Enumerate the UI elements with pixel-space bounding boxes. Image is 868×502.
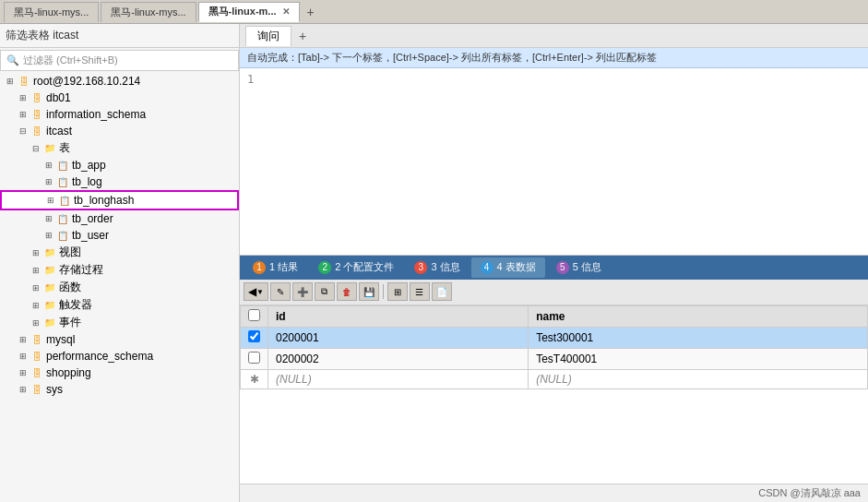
row-checkbox[interactable]: [248, 330, 260, 342]
tree-item-performance-schema[interactable]: ⊞ 🗄 performance_schema: [0, 348, 239, 365]
bottom-tabs: 1 1 结果 2 2 个配置文件 3 3 信息 4 4 表数据 5 5 信息: [240, 256, 868, 280]
sidebar: 筛选表格 itcast 🔍 过滤器 (Ctrl+Shift+B) ⊞ 🗄 roo…: [0, 24, 240, 502]
tab-result-label: 1 结果: [269, 260, 298, 274]
db-icon: 🗄: [30, 332, 44, 347]
row-checkbox[interactable]: [248, 352, 260, 364]
folder-icon: 📁: [42, 281, 57, 295]
cell-name: TesT400001: [529, 348, 868, 369]
tree-item-tb-user[interactable]: ⊞ 📋 tb_user: [0, 227, 239, 244]
toolbar-btn-5[interactable]: 💾: [359, 282, 379, 301]
toolbar-btn-1[interactable]: ✎: [270, 282, 291, 301]
tree-item-mysql[interactable]: ⊞ 🗄 mysql: [0, 331, 239, 348]
query-tab-label: 询问: [257, 29, 279, 44]
nav-prev-icon: ◀: [248, 285, 256, 298]
tree-item-tables-folder[interactable]: ⊟ 📁 表: [0, 139, 239, 157]
data-grid: id name 0200001 Test300001: [240, 305, 868, 484]
cell-id: 0200001: [268, 327, 529, 348]
expander-icon: ⊞: [4, 75, 17, 88]
db-icon: 🗄: [17, 74, 31, 89]
save-icon: 💾: [363, 287, 375, 297]
folder-icon: 📁: [42, 316, 57, 330]
tab-info2[interactable]: 5 5 信息: [547, 257, 611, 278]
tree-item-itcast[interactable]: ⊟ 🗄 itcast: [0, 123, 239, 139]
col-name: name: [529, 305, 868, 327]
tab-table-data[interactable]: 4 4 表数据: [471, 257, 545, 278]
col-id: id: [268, 305, 529, 327]
grid-icon: ⊞: [394, 287, 401, 297]
tree-item-sys[interactable]: ⊞ 🗄 sys: [0, 381, 239, 398]
toolbar-btn-list[interactable]: ☰: [410, 282, 430, 301]
toolbar-btn-3[interactable]: ⧉: [315, 282, 335, 301]
expander-icon: ⊟: [30, 142, 42, 155]
tab-config[interactable]: 2 2 个配置文件: [309, 257, 403, 278]
tab-2-label: 黑马-linux-mys...: [111, 6, 185, 19]
close-icon[interactable]: ✕: [282, 6, 290, 17]
copy-icon: ⧉: [321, 286, 327, 297]
footer-text: CSDN @清风敲凉 aaa: [758, 487, 861, 498]
expander-icon: ⊞: [30, 317, 42, 329]
toolbar-nav-dropdown[interactable]: ◀ ▼: [244, 282, 268, 301]
table-icon: 📋: [55, 211, 70, 226]
tree-item-root[interactable]: ⊞ 🗄 root@192.168.10.214: [0, 73, 239, 90]
db-icon: 🗄: [30, 365, 44, 380]
tab-3[interactable]: 黑马-linux-m... ✕: [198, 2, 300, 22]
table-row[interactable]: 0200001 Test300001: [241, 327, 868, 348]
sidebar-filter-label: 筛选表格 itcast: [0, 24, 239, 48]
expander-icon: ⊟: [17, 125, 30, 137]
expander-icon: ⊞: [17, 366, 30, 379]
tab-2[interactable]: 黑马-linux-mys...: [101, 2, 196, 22]
tree-item-procedures-folder[interactable]: ⊞ 📁 存储过程: [0, 261, 239, 279]
table-icon: 📋: [55, 228, 70, 243]
tree-item-functions-folder[interactable]: ⊞ 📁 函数: [0, 279, 239, 296]
tree-item-db01[interactable]: ⊞ 🗄 db01: [0, 90, 239, 106]
filter-input[interactable]: 🔍 过滤器 (Ctrl+Shift+B): [0, 50, 239, 71]
tree-area: ⊞ 🗄 root@192.168.10.214 ⊞ 🗄 db01 ⊞ 🗄 inf…: [0, 71, 239, 502]
query-tab-add-button[interactable]: +: [293, 27, 312, 45]
expander-icon: ⊞: [17, 350, 30, 363]
table-row[interactable]: 0200002 TesT400001: [241, 348, 868, 369]
tab-num-3: 3: [414, 261, 427, 274]
tab-add-button[interactable]: +: [302, 3, 320, 21]
row-checkbox-cell[interactable]: [241, 348, 268, 369]
tree-item-information-schema[interactable]: ⊞ 🗄 information_schema: [0, 106, 239, 123]
select-all-checkbox[interactable]: [248, 309, 260, 321]
tree-item-tb-order[interactable]: ⊞ 📋 tb_order: [0, 210, 239, 227]
toolbar-btn-text[interactable]: 📄: [432, 282, 452, 301]
tree-item-tb-longhash[interactable]: ⊞ 📋 tb_longhash: [0, 190, 239, 210]
tab-num-1: 1: [253, 261, 266, 274]
row-checkbox-cell[interactable]: [241, 327, 268, 348]
expander-icon: ⊞: [30, 264, 42, 277]
table-icon: 📋: [55, 174, 70, 189]
tree-item-shopping[interactable]: ⊞ 🗄 shopping: [0, 365, 239, 381]
footer: CSDN @清风敲凉 aaa: [240, 484, 868, 502]
cell-id: 0200002: [268, 348, 529, 369]
toolbar-btn-grid[interactable]: ⊞: [387, 282, 408, 301]
tree-item-triggers-folder[interactable]: ⊞ 📁 触发器: [0, 296, 239, 314]
tab-info2-label: 5 信息: [573, 260, 601, 274]
tree-item-events-folder[interactable]: ⊞ 📁 事件: [0, 314, 239, 331]
toolbar-btn-4[interactable]: 🗑: [337, 282, 357, 301]
tree-item-views-folder[interactable]: ⊞ 📁 视图: [0, 244, 239, 261]
tree-item-tb-log[interactable]: ⊞ 📋 tb_log: [0, 173, 239, 190]
query-toolbar: 询问 +: [240, 24, 868, 48]
col-checkbox: [241, 305, 268, 327]
folder-icon: 📁: [42, 245, 57, 260]
db-icon: 🗄: [30, 382, 44, 397]
tab-result[interactable]: 1 1 结果: [244, 257, 307, 278]
tab-1[interactable]: 黑马-linux-mys...: [4, 2, 99, 22]
expander-icon: ⊞: [42, 212, 55, 225]
expander-icon: ⊞: [17, 333, 30, 346]
cell-name: Test300001: [529, 327, 868, 348]
data-toolbar: ◀ ▼ ✎ ➕ ⧉ 🗑 💾 ⊞ ☰: [240, 280, 868, 305]
list-icon: ☰: [415, 287, 423, 297]
edit-icon: ✎: [277, 287, 284, 297]
query-tab[interactable]: 询问: [245, 26, 291, 46]
query-editor[interactable]: 1: [240, 68, 868, 256]
filter-icon: 🔍: [6, 54, 19, 66]
text-icon: 📄: [436, 287, 447, 297]
tab-bar: 黑马-linux-mys... 黑马-linux-mys... 黑马-linux…: [0, 0, 868, 24]
tree-item-tb-app[interactable]: ⊞ 📋 tb_app: [0, 157, 239, 173]
expander-icon: ⊞: [17, 383, 30, 396]
toolbar-btn-2[interactable]: ➕: [292, 282, 313, 301]
tab-info[interactable]: 3 3 信息: [405, 257, 469, 278]
